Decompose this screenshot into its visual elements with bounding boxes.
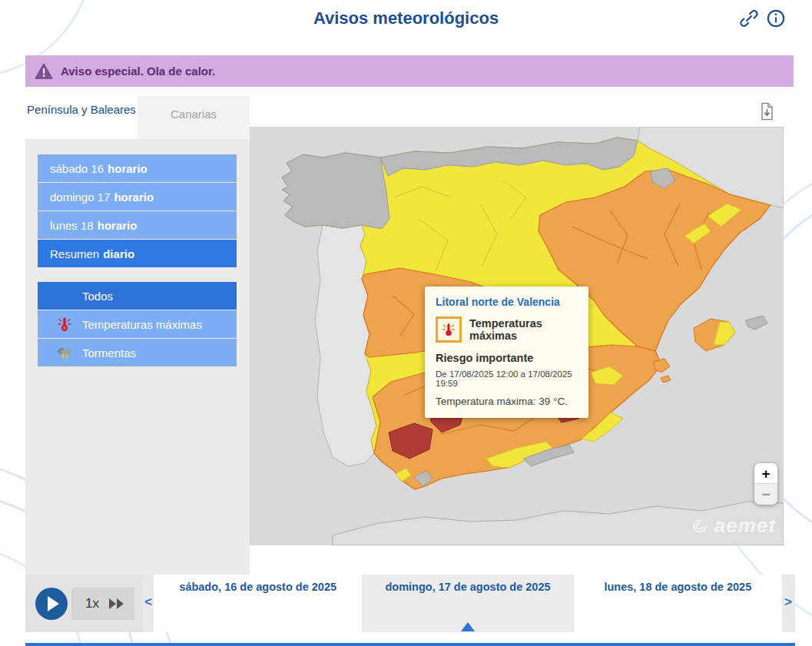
day-buttons: sábado 16horario domingo 17horario lunes… — [38, 154, 237, 267]
weather-warnings-page: Avisos meteorológicos Aviso especial. Ol… — [0, 0, 812, 646]
timeline-next-arrow[interactable]: > — [783, 595, 794, 610]
animation-player: 1x — [25, 575, 142, 632]
day-button-lunes-horario[interactable]: lunes 18horario — [38, 211, 237, 239]
special-warning-banner: Aviso especial. Ola de calor. — [25, 55, 794, 87]
warning-tooltip: Litoral norte de Valencia Temperaturas — [425, 287, 588, 418]
timeline-day-lunes[interactable]: lunes, 18 de agosto de 2025 — [574, 575, 782, 632]
banner-text: Aviso especial. Ola de calor. — [61, 65, 215, 78]
aemet-logo-text: aemet — [714, 514, 776, 538]
link-icon[interactable] — [739, 8, 759, 28]
aemet-swirl-icon — [690, 516, 710, 536]
tab-peninsula-baleares[interactable]: Península y Baleares — [25, 96, 138, 139]
tooltip-risk-level: Riesgo importante — [436, 352, 579, 364]
timeline: < sábado, 16 de agosto de 2025 domingo, … — [142, 575, 795, 632]
sidebar: Península y Baleares Canarias sábado 16h… — [25, 96, 250, 576]
filter-button-todos[interactable]: Todos — [38, 282, 237, 310]
selected-day-indicator — [461, 622, 475, 631]
tooltip-warning-iconbox — [436, 316, 462, 343]
map-frame: Litoral norte de Valencia Temperaturas — [250, 127, 784, 545]
day-button-domingo-horario[interactable]: domingo 17horario — [38, 183, 237, 210]
aemet-logo: aemet — [690, 514, 776, 538]
thermometer-icon — [441, 322, 456, 337]
map-toolbar — [250, 96, 784, 127]
zoom-in-button[interactable]: + — [754, 463, 777, 484]
page-title: Avisos meteorológicos — [0, 8, 812, 28]
timeline-prev-arrow[interactable]: < — [143, 595, 154, 610]
map-zoom-control: + − — [754, 463, 777, 505]
day-button-resumen-diario[interactable]: Resumendiario — [38, 240, 237, 267]
thermometer-icon — [56, 316, 73, 333]
tooltip-detail: Temperatura máxima: 39 °C. — [436, 396, 579, 407]
header: Avisos meteorológicos — [0, 0, 812, 38]
timeline-day-domingo[interactable]: domingo, 17 de agosto de 2025 — [363, 575, 572, 632]
play-button[interactable] — [35, 588, 68, 620]
filter-button-tormentas[interactable]: Tormentas — [38, 339, 237, 366]
tooltip-period: De 17/08/2025 12:00 a 17/08/2025 19:59 — [436, 369, 579, 388]
filter-button-temperaturas-maximas[interactable]: Temperaturas máximas — [38, 310, 237, 338]
info-icon[interactable] — [766, 8, 786, 28]
bottom-divider — [25, 643, 795, 646]
warning-triangle-icon — [35, 63, 53, 80]
filter-buttons: Todos Temperaturas máximas — [38, 282, 237, 366]
day-button-sabado-horario[interactable]: sábado 16horario — [38, 154, 237, 182]
map-area: Litoral norte de Valencia Temperaturas — [250, 96, 784, 545]
speed-label[interactable]: 1x — [85, 596, 99, 611]
tooltip-zone-name: Litoral norte de Valencia — [436, 296, 579, 308]
tooltip-warning-type: Temperaturas máximas — [469, 317, 579, 342]
storm-icon — [56, 344, 73, 361]
fast-forward-icon[interactable] — [108, 598, 125, 610]
zoom-out-button[interactable]: − — [754, 484, 777, 505]
play-icon — [48, 596, 59, 611]
timeline-day-sabado[interactable]: sábado, 16 de agosto de 2025 — [154, 575, 362, 632]
speed-panel: 1x — [71, 588, 134, 620]
region-tabs: Península y Baleares Canarias — [25, 96, 250, 139]
tab-canarias[interactable]: Canarias — [138, 96, 250, 139]
download-icon[interactable] — [759, 102, 774, 121]
